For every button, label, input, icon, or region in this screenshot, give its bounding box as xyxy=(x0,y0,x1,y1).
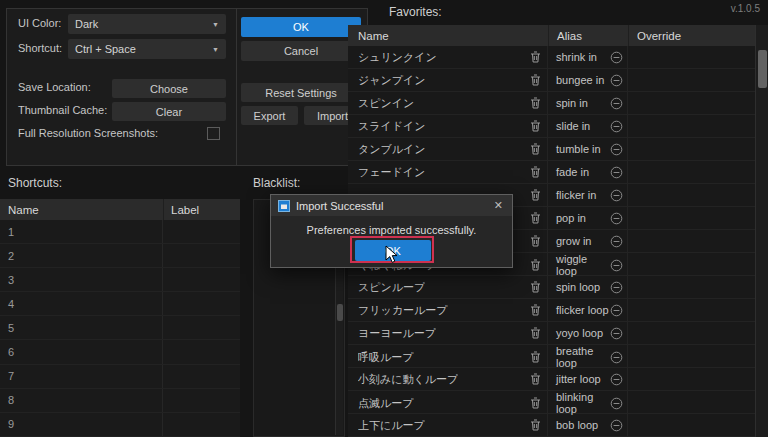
favorites-row[interactable]: 小刻みに動くループ jitter loop xyxy=(348,368,755,391)
favorites-row[interactable]: シュリンクイン shrink in xyxy=(348,46,755,69)
chevron-down-icon: ▼ xyxy=(212,46,219,53)
reset-settings-button[interactable]: Reset Settings xyxy=(241,83,361,102)
favorite-override-cell[interactable] xyxy=(628,230,755,252)
shortcut-row[interactable]: 9 xyxy=(0,413,240,437)
export-button[interactable]: Export xyxy=(241,106,298,125)
remove-circle-icon[interactable] xyxy=(610,143,623,156)
shortcut-row-label xyxy=(163,220,240,243)
trash-icon[interactable] xyxy=(530,235,541,247)
favorite-alias: spin loop xyxy=(556,281,600,293)
trash-icon[interactable] xyxy=(530,327,541,339)
favorite-override-cell[interactable] xyxy=(628,161,755,183)
remove-circle-icon[interactable] xyxy=(610,74,623,87)
choose-button[interactable]: Choose xyxy=(112,79,226,98)
favorite-override-cell[interactable] xyxy=(628,46,755,68)
favorites-row[interactable]: ジャンプイン bungee in xyxy=(348,69,755,92)
remove-circle-icon[interactable] xyxy=(610,419,623,432)
remove-circle-icon[interactable] xyxy=(610,281,623,294)
favorites-scrollbar[interactable] xyxy=(755,25,768,437)
trash-icon[interactable] xyxy=(530,189,541,201)
shortcut-row[interactable]: 7 xyxy=(0,365,240,389)
remove-circle-icon[interactable] xyxy=(610,397,623,410)
shortcut-row[interactable]: 4 xyxy=(0,292,240,316)
trash-icon[interactable] xyxy=(530,281,541,293)
remove-circle-icon[interactable] xyxy=(610,351,623,364)
favorite-override-cell[interactable] xyxy=(628,391,755,415)
favorite-override-cell[interactable] xyxy=(628,368,755,390)
shortcut-row-number: 6 xyxy=(0,340,163,363)
shortcuts-header: Name Label xyxy=(0,199,240,220)
favorites-row[interactable]: 呼吸ループ breathe loop xyxy=(348,345,755,368)
favorites-row[interactable]: フリッカーループ flicker loop xyxy=(348,299,755,322)
trash-icon[interactable] xyxy=(530,120,541,132)
favorite-override-cell[interactable] xyxy=(628,115,755,137)
favorites-row[interactable]: ヨーヨーループ yoyo loop xyxy=(348,322,755,345)
favorite-override-cell[interactable] xyxy=(628,253,755,277)
remove-circle-icon[interactable] xyxy=(610,373,623,386)
favorites-row[interactable]: フェードイン fade in xyxy=(348,161,755,184)
shortcuts-body: 1 2 3 4 5 6 7 8 9 xyxy=(0,220,240,437)
trash-icon[interactable] xyxy=(530,143,541,155)
trash-icon[interactable] xyxy=(530,74,541,86)
remove-circle-icon[interactable] xyxy=(610,259,623,272)
favorites-row[interactable]: タンブルイン tumble in xyxy=(348,138,755,161)
trash-icon[interactable] xyxy=(530,51,541,63)
shortcut-row[interactable]: 6 xyxy=(0,340,240,364)
trash-icon[interactable] xyxy=(530,259,541,271)
shortcut-row-number: 5 xyxy=(0,316,163,339)
clear-button[interactable]: Clear xyxy=(112,102,226,121)
trash-icon[interactable] xyxy=(530,97,541,109)
favorite-override-cell[interactable] xyxy=(628,92,755,114)
full-resolution-label: Full Resolution Screenshots: xyxy=(18,127,158,139)
blacklist-label: Blacklist: xyxy=(253,176,300,190)
favorite-override-cell[interactable] xyxy=(628,276,755,298)
favorites-col-override: Override xyxy=(628,25,755,46)
remove-circle-icon[interactable] xyxy=(610,51,623,64)
favorite-override-cell[interactable] xyxy=(628,299,755,321)
favorite-override-cell[interactable] xyxy=(628,138,755,160)
close-icon[interactable]: ✕ xyxy=(492,199,505,212)
full-resolution-checkbox[interactable] xyxy=(207,127,220,140)
shortcut-row[interactable]: 8 xyxy=(0,389,240,413)
remove-circle-icon[interactable] xyxy=(610,212,623,225)
favorites-scrollbar-handle[interactable] xyxy=(758,50,767,88)
remove-circle-icon[interactable] xyxy=(610,327,623,340)
blacklist-scrollbar-handle[interactable] xyxy=(337,304,343,321)
favorite-override-cell[interactable] xyxy=(628,322,755,344)
settings-cancel-button[interactable]: Cancel xyxy=(241,41,361,61)
favorite-alias: yoyo loop xyxy=(556,327,603,339)
shortcut-dropdown[interactable]: Ctrl + Space ▼ xyxy=(68,39,226,59)
remove-circle-icon[interactable] xyxy=(610,235,623,248)
remove-circle-icon[interactable] xyxy=(610,304,623,317)
trash-icon[interactable] xyxy=(530,304,541,316)
trash-icon[interactable] xyxy=(530,351,541,363)
favorites-row[interactable]: スピンループ spin loop xyxy=(348,276,755,299)
favorite-name: タンブルイン xyxy=(358,142,426,157)
favorite-override-cell[interactable] xyxy=(628,345,755,369)
shortcut-row-label xyxy=(163,244,240,267)
remove-circle-icon[interactable] xyxy=(610,166,623,179)
shortcut-row[interactable]: 5 xyxy=(0,316,240,340)
trash-icon[interactable] xyxy=(530,212,541,224)
shortcut-row[interactable]: 3 xyxy=(0,268,240,292)
favorite-override-cell[interactable] xyxy=(628,207,755,229)
favorite-override-cell[interactable] xyxy=(628,69,755,91)
favorites-row[interactable]: 点滅ループ blinking loop xyxy=(348,391,755,414)
favorites-row[interactable]: スピンイン spin in xyxy=(348,92,755,115)
remove-circle-icon[interactable] xyxy=(610,120,623,133)
favorite-override-cell[interactable] xyxy=(628,414,755,436)
shortcut-row[interactable]: 2 xyxy=(0,244,240,268)
trash-icon[interactable] xyxy=(530,166,541,178)
settings-ok-button[interactable]: OK xyxy=(241,17,361,37)
favorite-name: スライドイン xyxy=(358,119,426,134)
favorites-row[interactable]: 上下にループ bob loop xyxy=(348,414,755,437)
trash-icon[interactable] xyxy=(530,373,541,385)
remove-circle-icon[interactable] xyxy=(610,97,623,110)
favorites-row[interactable]: スライドイン slide in xyxy=(348,115,755,138)
remove-circle-icon[interactable] xyxy=(610,189,623,202)
favorite-override-cell[interactable] xyxy=(628,184,755,206)
trash-icon[interactable] xyxy=(530,419,541,431)
shortcut-row[interactable]: 1 xyxy=(0,220,240,244)
trash-icon[interactable] xyxy=(530,397,541,409)
ui-color-dropdown[interactable]: Dark ▼ xyxy=(68,14,226,34)
